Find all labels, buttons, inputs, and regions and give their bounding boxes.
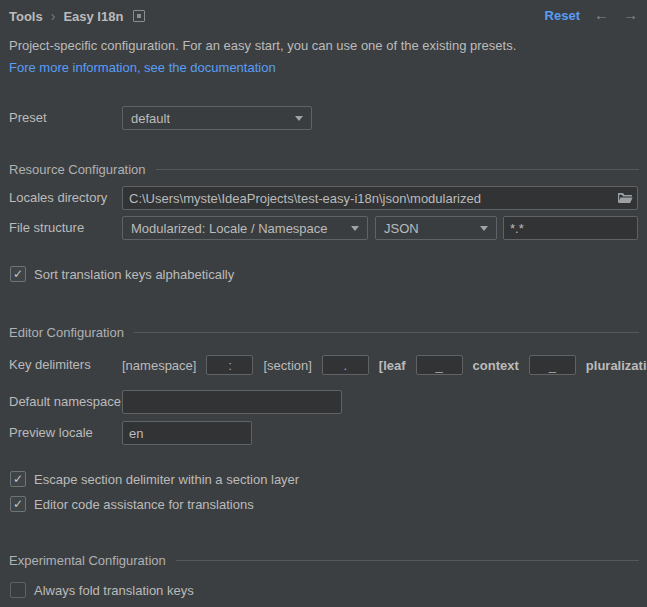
preview-locale-input[interactable] (122, 421, 252, 445)
section-title: Resource Configuration (9, 162, 146, 177)
escape-delimiter-label: Escape section delimiter within a sectio… (34, 472, 299, 487)
code-assistance-row: ✓ Editor code assistance for translation… (10, 495, 254, 513)
chevron-down-icon (351, 226, 359, 231)
preset-select[interactable]: default (122, 106, 312, 130)
file-structure-selected-value: Modularized: Locale / Namespace (131, 221, 328, 236)
preview-locale-label: Preview locale (9, 421, 93, 445)
leaf-caption: [leaf (379, 358, 406, 373)
sort-keys-checkbox[interactable]: ✓ (10, 266, 26, 282)
plural-delimiter-input[interactable] (529, 355, 576, 375)
default-namespace-input[interactable] (122, 390, 342, 414)
context-caption: context (473, 358, 519, 373)
code-assistance-checkbox[interactable]: ✓ (10, 496, 26, 512)
breadcrumb: Tools › Easy I18n (9, 8, 145, 24)
chevron-down-icon (295, 116, 303, 121)
section-title: Editor Configuration (9, 325, 124, 340)
browse-folder-icon[interactable] (617, 190, 633, 206)
sort-keys-row: ✓ Sort translation keys alphabetically (10, 265, 234, 283)
section-delimiter-input[interactable] (322, 355, 369, 375)
check-icon: ✓ (13, 498, 23, 510)
back-arrow-icon[interactable]: ← (594, 7, 609, 23)
header-actions: Reset ← → (545, 7, 638, 23)
check-icon: ✓ (13, 268, 23, 280)
page-description: Project-specific configuration. For an e… (9, 38, 516, 53)
section-divider (156, 169, 639, 170)
sort-keys-label: Sort translation keys alphabetically (34, 267, 234, 282)
chevron-down-icon (480, 226, 488, 231)
preset-selected-value: default (131, 111, 170, 126)
forward-arrow-icon[interactable]: → (623, 7, 638, 23)
key-delimiters-controls: [namespace] [section] [leaf context plur… (122, 353, 647, 377)
locales-directory-input[interactable] (122, 186, 638, 210)
project-settings-indicator-icon (133, 10, 145, 22)
fold-keys-label: Always fold translation keys (34, 583, 194, 598)
section-title: Experimental Configuration (9, 553, 166, 568)
fold-keys-row: ✓ Always fold translation keys (10, 581, 194, 599)
locales-directory-field-group (122, 186, 638, 210)
file-pattern-input[interactable] (503, 216, 638, 240)
preset-label: Preset (9, 106, 47, 130)
context-delimiter-input[interactable] (416, 355, 463, 375)
reset-button[interactable]: Reset (545, 8, 580, 23)
locales-directory-label: Locales directory (9, 186, 107, 210)
file-structure-select[interactable]: Modularized: Locale / Namespace (122, 216, 368, 240)
key-delimiters-label: Key delimiters (9, 353, 91, 377)
pluralization-caption: pluralization] (586, 358, 647, 373)
namespace-delimiter-caption: [namespace] (122, 358, 196, 373)
fold-keys-checkbox[interactable]: ✓ (10, 582, 26, 598)
section-delimiter-caption: [section] (263, 358, 311, 373)
default-namespace-label: Default namespace (9, 390, 121, 414)
code-assistance-label: Editor code assistance for translations (34, 497, 254, 512)
check-icon: ✓ (13, 473, 23, 485)
breadcrumb-tools[interactable]: Tools (9, 9, 43, 24)
settings-page: Tools › Easy I18n Reset ← → Project-spec… (0, 0, 647, 607)
breadcrumb-page-title: Easy I18n (63, 9, 123, 24)
file-format-selected-value: JSON (384, 221, 419, 236)
experimental-configuration-section: Experimental Configuration (9, 552, 639, 568)
chevron-right-icon: › (51, 9, 56, 23)
escape-delimiter-row: ✓ Escape section delimiter within a sect… (10, 470, 299, 488)
resource-configuration-section: Resource Configuration (9, 161, 639, 177)
escape-delimiter-checkbox[interactable]: ✓ (10, 471, 26, 487)
editor-configuration-section: Editor Configuration (9, 324, 639, 340)
namespace-delimiter-input[interactable] (206, 355, 253, 375)
file-format-select[interactable]: JSON (375, 216, 497, 240)
file-structure-label: File structure (9, 216, 84, 240)
section-divider (134, 332, 639, 333)
section-divider (176, 560, 639, 561)
documentation-link[interactable]: Fore more information, see the documenta… (9, 60, 276, 75)
